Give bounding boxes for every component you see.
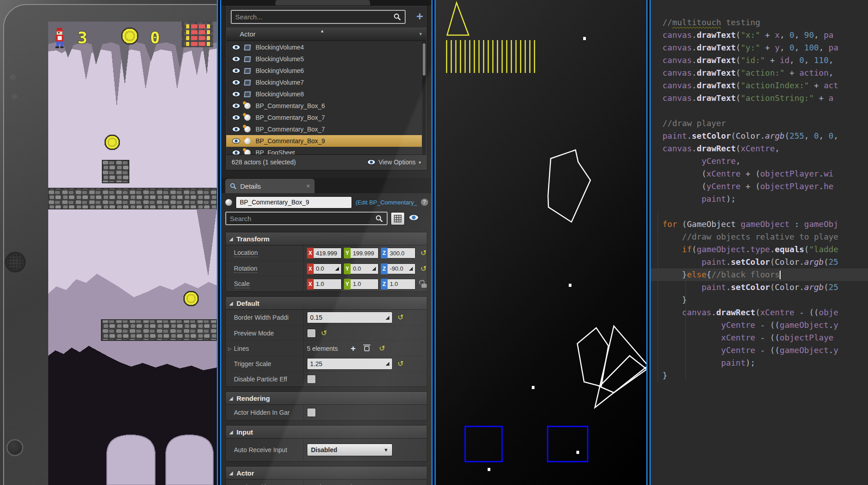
reset-icon[interactable]: ↺ — [321, 330, 327, 337]
display-filter-eye-icon[interactable] — [409, 214, 419, 221]
help-icon[interactable]: ? — [421, 199, 428, 206]
vector-field-z[interactable]: Z-90.0 — [381, 263, 416, 274]
vector-field-y[interactable]: Y0.0 — [344, 263, 379, 274]
white-polygon-cluster — [599, 356, 646, 393]
section-header[interactable]: ◢Actor — [225, 466, 427, 480]
outliner-row[interactable]: BlockingVolume8 — [226, 88, 422, 100]
view-options-button[interactable]: View Options ▾ — [367, 159, 421, 166]
dial-icon[interactable] — [409, 267, 413, 271]
code-line: paint.setColor(Color.argb(25 — [662, 256, 868, 268]
section-header[interactable]: ◢Rendering — [225, 391, 427, 405]
outliner-column-header[interactable]: Actor ▲ ▾ — [226, 27, 426, 41]
dial-icon[interactable] — [385, 316, 389, 320]
actor-label: BlockingVolume8 — [256, 91, 304, 98]
add-actor-icon[interactable]: + — [416, 10, 423, 22]
dial-icon[interactable] — [385, 362, 389, 366]
code-line: canvas.drawText("y:" + y, 0, 100, pa — [662, 41, 868, 54]
section-body: Actor Hidden In Gar — [225, 405, 427, 421]
code-line: }else{//black floors — [651, 268, 868, 281]
outliner-row[interactable]: BlockingVolume6 — [226, 65, 422, 77]
sort-ascending-icon: ▲ — [320, 28, 324, 33]
outliner-row[interactable]: BP_Commentary_Box_6 — [226, 100, 422, 112]
details-search-input[interactable]: Search — [225, 212, 388, 225]
expander-icon[interactable]: ▷ — [228, 346, 232, 351]
outliner-search-input[interactable]: Search... — [231, 10, 406, 24]
outliner-row[interactable]: BP_Commentary_Box_9 — [226, 135, 422, 147]
code-line: } — [662, 369, 868, 382]
visibility-eye-icon[interactable] — [232, 91, 240, 97]
dial-icon[interactable] — [372, 267, 376, 271]
vector-value-y[interactable]: 0.0 — [351, 263, 379, 274]
reset-icon[interactable]: ↺ — [397, 314, 403, 321]
vector-value-z[interactable]: 1.0 — [388, 279, 416, 290]
property-values: 0.15↺ — [307, 312, 403, 323]
vector-field-y[interactable]: Y1.0 — [344, 279, 379, 290]
reset-icon[interactable]: ↺ — [379, 345, 385, 352]
chevron-down-icon[interactable]: ▾ — [419, 31, 422, 37]
vector-value-y[interactable]: 199.999 — [351, 248, 379, 258]
tunnel-arch — [166, 435, 213, 485]
edit-blueprint-link[interactable]: (Edit BP_Commentary_ — [356, 199, 417, 206]
visibility-eye-icon[interactable] — [232, 103, 240, 109]
code-line: xCentre - ((objectPlaye — [662, 331, 868, 344]
vector-value-x[interactable]: 1.0 — [314, 279, 342, 290]
section-header[interactable]: ◢Default — [225, 296, 427, 310]
add-element-icon[interactable]: + — [351, 344, 356, 354]
scrollbar[interactable] — [422, 42, 426, 155]
visibility-eye-icon[interactable] — [232, 80, 240, 85]
section-header[interactable]: ◢Input — [225, 425, 427, 439]
dropdown-select[interactable]: Disabled▼ — [307, 444, 393, 456]
actor-label: BP_Commentary_Box_7 — [256, 126, 325, 133]
game-screen[interactable]: 3 0 — [48, 22, 217, 485]
reset-icon[interactable]: ↺ — [420, 249, 426, 257]
vector-field-x[interactable]: X1.0 — [307, 279, 342, 290]
delete-elements-icon[interactable] — [364, 346, 370, 351]
numeric-input[interactable]: 0.15 — [307, 312, 393, 323]
vector-value-z[interactable]: 300.0 — [388, 248, 416, 258]
code-editor-panel[interactable]: //multitouch testingcanvas.drawText("x:"… — [651, 0, 868, 485]
checkbox[interactable] — [307, 329, 316, 338]
visibility-eye-icon[interactable] — [232, 127, 240, 132]
drawing-canvas-panel[interactable] — [436, 0, 646, 485]
vector-value-y[interactable]: 1.0 — [351, 279, 379, 290]
vector-value-z[interactable]: -90.0 — [388, 263, 416, 274]
tab-details[interactable]: Details × — [225, 179, 315, 193]
actor-count-label: 628 actors (1 selected) — [232, 159, 296, 166]
vector-field-z[interactable]: Z300.0 — [381, 248, 416, 258]
vector-value-x[interactable]: 419.999 — [314, 248, 342, 258]
outliner-row[interactable]: BP_Commentary_Box_7 — [226, 112, 422, 123]
property-matrix-button[interactable] — [391, 212, 405, 225]
reset-icon[interactable]: ↺ — [397, 360, 403, 367]
visibility-eye-icon[interactable] — [232, 45, 240, 50]
vector-field-x[interactable]: X419.999 — [307, 248, 342, 258]
close-icon[interactable]: × — [306, 182, 310, 190]
scrollbar-thumb[interactable] — [423, 43, 425, 76]
outliner-row[interactable]: BlockingVolume4 — [226, 41, 422, 53]
code-line: canvas.drawText("action:" + action, — [662, 67, 868, 79]
blocking-volume-icon — [244, 56, 251, 62]
vector-field-x[interactable]: X0.0 — [307, 263, 342, 274]
outliner-row[interactable]: BP_Commentary_Box_7 — [226, 123, 422, 135]
visibility-eye-icon[interactable] — [232, 56, 240, 62]
visibility-eye-icon[interactable] — [232, 138, 240, 144]
visibility-eye-icon[interactable] — [232, 68, 240, 73]
actor-name-input[interactable]: BP_Commentary_Box_9 — [236, 196, 352, 209]
checkbox[interactable] — [307, 375, 316, 384]
outliner-row[interactable]: BlockingVolume5 — [226, 53, 422, 65]
visibility-eye-icon[interactable] — [232, 115, 240, 120]
section-header[interactable]: ◢Transform — [225, 232, 427, 245]
lock-open-icon[interactable] — [421, 284, 427, 288]
vector-field-z[interactable]: Z1.0 — [381, 279, 416, 290]
reset-icon[interactable]: ↺ — [420, 265, 426, 272]
vector-value-x[interactable]: 0.0 — [314, 263, 342, 274]
dial-icon[interactable] — [335, 267, 339, 271]
code-line: yCentre - ((gameObject.y — [662, 319, 868, 331]
property-label: Lines — [234, 345, 249, 352]
outliner-row[interactable]: BlockingVolume7 — [226, 77, 422, 88]
property-values: 5 elements+↺ — [307, 344, 385, 354]
vector-field-y[interactable]: Y199.999 — [344, 248, 379, 258]
home-button[interactable] — [6, 439, 23, 456]
property-values: Disabled▼ — [307, 444, 393, 456]
numeric-input[interactable]: 1.25 — [307, 358, 393, 370]
checkbox[interactable] — [307, 408, 316, 417]
